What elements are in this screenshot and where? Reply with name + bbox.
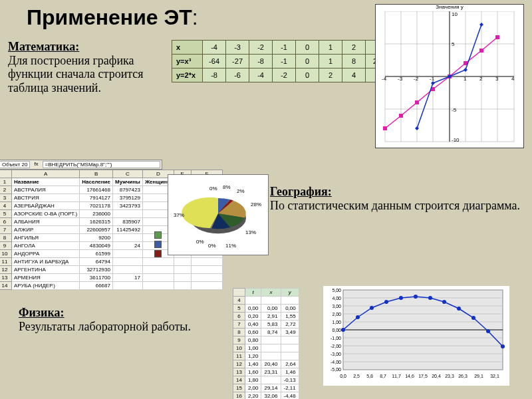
svg-text:-10: -10 bbox=[452, 137, 460, 143]
svg-text:14,6: 14,6 bbox=[405, 374, 414, 378]
svg-text:-1,00: -1,00 bbox=[331, 336, 341, 340]
title-colon: : bbox=[192, 5, 198, 29]
physics-spreadsheet[interactable]: txy450,000,000,0060,202,911,5570,405,832… bbox=[233, 288, 299, 399]
svg-text:5,00: 5,00 bbox=[332, 288, 341, 293]
svg-text:4: 4 bbox=[511, 76, 515, 82]
svg-point-78 bbox=[414, 295, 418, 299]
svg-text:-3,00: -3,00 bbox=[331, 352, 341, 356]
svg-point-82 bbox=[471, 316, 475, 320]
physics-heading: Физика: bbox=[19, 306, 65, 319]
svg-text:2,00: 2,00 bbox=[332, 312, 341, 317]
svg-point-80 bbox=[442, 300, 446, 304]
svg-point-76 bbox=[384, 300, 388, 304]
geography-heading: География: bbox=[270, 185, 332, 198]
svg-text:-4: -4 bbox=[382, 76, 387, 82]
svg-text:29,1: 29,1 bbox=[474, 374, 483, 378]
svg-point-74 bbox=[356, 315, 360, 319]
svg-text:0,0: 0,0 bbox=[340, 374, 346, 378]
svg-marker-34 bbox=[415, 126, 419, 130]
title-text: Применение ЭТ bbox=[27, 5, 192, 29]
svg-text:5: 5 bbox=[452, 41, 455, 47]
svg-text:-4,00: -4,00 bbox=[331, 360, 341, 364]
math-heading: Математика: bbox=[8, 40, 165, 54]
svg-marker-37 bbox=[464, 68, 467, 72]
svg-text:17,5: 17,5 bbox=[418, 374, 428, 378]
svg-text:-5,00: -5,00 bbox=[331, 367, 341, 372]
svg-point-77 bbox=[399, 296, 403, 300]
svg-rect-33 bbox=[495, 35, 499, 39]
svg-text:0,00: 0,00 bbox=[332, 328, 341, 332]
svg-text:8,7: 8,7 bbox=[380, 374, 386, 378]
line-chart-svg: -4-3-2-1 1234 105-5-10 bbox=[378, 11, 521, 146]
math-section: Математика: Для построения графика функц… bbox=[8, 40, 165, 95]
svg-text:32,1: 32,1 bbox=[490, 374, 499, 378]
geography-section: География: По статистическим данным стро… bbox=[270, 185, 523, 212]
geography-text: По статистическим данным строится диагра… bbox=[270, 199, 523, 213]
svg-point-84 bbox=[501, 344, 505, 348]
svg-text:3: 3 bbox=[495, 76, 499, 82]
legend-swatch bbox=[154, 250, 162, 257]
svg-marker-38 bbox=[479, 23, 483, 27]
page-title: Применение ЭТ: bbox=[27, 5, 198, 30]
formula-bar: Объект 20 fx =ВНЕДРИТЬ("MSMap.8";"") bbox=[0, 160, 162, 170]
table-row: y=2*x -8 -6 -4 -2 0 2 4 6 bbox=[172, 68, 389, 82]
legend-swatch bbox=[154, 231, 162, 239]
formula-input[interactable]: =ВНЕДРИТЬ("MSMap.8";"") bbox=[43, 161, 160, 168]
svg-text:-3: -3 bbox=[398, 76, 403, 82]
svg-text:-1: -1 bbox=[430, 76, 435, 82]
svg-point-81 bbox=[457, 307, 461, 311]
svg-text:23,3: 23,3 bbox=[445, 374, 454, 378]
fx-label: fx bbox=[34, 161, 38, 168]
svg-text:-2: -2 bbox=[414, 76, 419, 82]
pie-chart: 0% 8% 2% 28% 13% 11% 0% 0% 37% bbox=[168, 174, 269, 255]
table-row: x -4 -3 -2 -1 0 1 2 3 bbox=[172, 41, 389, 55]
physics-section: Физика: Результаты лабораторной работы. bbox=[19, 306, 218, 333]
function-values-table: x -4 -3 -2 -1 0 1 2 3 y=x³ -64 -27 -8 -1… bbox=[172, 40, 389, 82]
svg-text:3,00: 3,00 bbox=[332, 304, 341, 309]
table-row: y=x³ -64 -27 -8 -1 0 1 8 27 bbox=[172, 55, 389, 68]
svg-text:11,7: 11,7 bbox=[392, 374, 401, 378]
svg-text:10: 10 bbox=[452, 11, 458, 17]
svg-rect-27 bbox=[399, 114, 403, 118]
physics-line-chart: 5,004,003,002,001,00 0,00-1,00-2,00-3,00… bbox=[323, 286, 509, 386]
svg-point-79 bbox=[428, 296, 432, 300]
svg-rect-28 bbox=[415, 100, 419, 104]
svg-text:2,5: 2,5 bbox=[353, 374, 360, 378]
svg-text:-5: -5 bbox=[452, 107, 457, 113]
svg-text:1,00: 1,00 bbox=[332, 320, 341, 325]
function-line-chart: Значения y -4-3-2-1 1234 105-5-10 bbox=[375, 4, 524, 148]
svg-text:26,3: 26,3 bbox=[458, 374, 467, 378]
name-box[interactable]: Объект 20 bbox=[0, 161, 30, 168]
math-text: Для построения графика функции сначала с… bbox=[8, 54, 165, 95]
svg-point-73 bbox=[341, 328, 345, 332]
svg-text:2: 2 bbox=[479, 76, 483, 82]
svg-point-75 bbox=[370, 306, 374, 310]
svg-text:1: 1 bbox=[464, 76, 467, 82]
svg-rect-26 bbox=[383, 126, 387, 130]
svg-text:4,00: 4,00 bbox=[332, 296, 341, 301]
svg-text:20,4: 20,4 bbox=[432, 374, 441, 378]
physics-text: Результаты лабораторной работы. bbox=[19, 320, 218, 334]
svg-rect-32 bbox=[479, 49, 483, 53]
chart-title: Значения y bbox=[376, 4, 523, 10]
svg-text:5,8: 5,8 bbox=[366, 374, 373, 378]
legend-swatch bbox=[154, 241, 162, 248]
svg-point-83 bbox=[486, 329, 490, 333]
physics-chart-svg: 5,004,003,002,001,00 0,00-1,00-2,00-3,00… bbox=[323, 286, 509, 386]
svg-text:-2,00: -2,00 bbox=[331, 344, 341, 348]
